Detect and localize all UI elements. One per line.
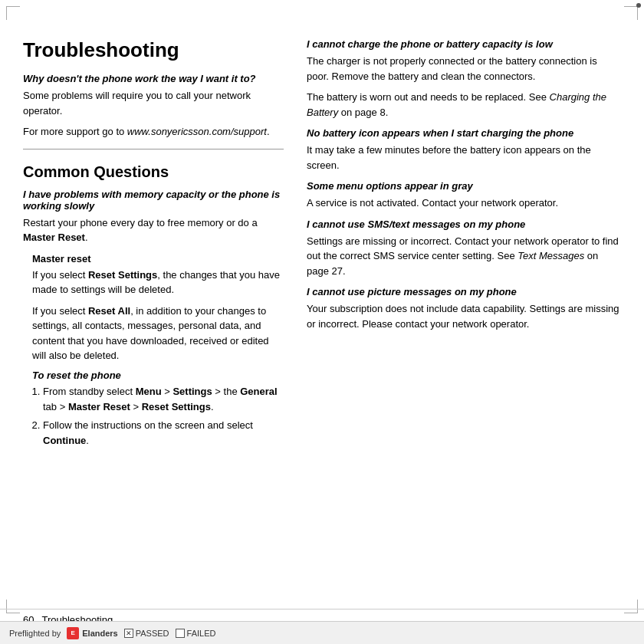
master-reset-section: Master reset If you select Reset Setting… [32,253,284,363]
q3-section: No battery icon appears when I start cha… [307,127,621,172]
corner-mark-tl [6,6,20,20]
failed-label: FAILED [187,629,216,638]
q1-heading: I have problems with memory capacity or … [23,189,284,212]
q4-body: A service is not activated. Contact your… [307,196,621,211]
support-text: For more support go to www.sonyericsson.… [23,124,284,140]
left-column: Troubleshooting Why doesn't the phone wo… [23,23,284,606]
q1-section: I have problems with memory capacity or … [23,189,284,245]
elanders-brand: Elanders [82,629,117,638]
q3-heading: No battery icon appears when I start cha… [307,127,621,139]
failed-checkbox [176,629,185,638]
q1-body: Restart your phone every day to free mem… [23,215,284,245]
reset-steps: From standby select Menu > Settings > th… [43,384,284,449]
q5-heading: I cannot use SMS/text messages on my pho… [307,219,621,230]
q4-heading: Some menu options appear in gray [307,180,621,192]
support-pre: For more support go to [23,126,127,137]
master-reset-heading: Master reset [32,253,284,264]
intro-body: Some problems will require you to call y… [23,88,284,118]
q4-section: Some menu options appear in gray A servi… [307,180,621,211]
q6-section: I cannot use picture messages on my phon… [307,286,621,331]
q6-heading: I cannot use picture messages on my phon… [307,286,621,297]
q5-section: I cannot use SMS/text messages on my pho… [307,219,621,279]
corner-mark-tr [624,6,638,20]
q2-body2: The battery is worn out and needs to be … [307,90,621,120]
support-suffix: . [267,126,270,137]
right-column: I cannot charge the phone or battery cap… [307,23,621,606]
page: Troubleshooting Why doesn't the phone wo… [0,0,644,644]
q5-body: Settings are missing or incorrect. Conta… [307,234,621,279]
reset-phone-heading: To reset the phone [32,370,284,381]
q2-section: I cannot charge the phone or battery cap… [307,38,621,120]
failed-badge: FAILED [176,629,216,638]
master-reset-p1: If you select Reset Settings, the change… [32,268,284,297]
passed-label: PASSED [136,629,169,638]
q2-body1: The charger is not properly connected or… [307,54,621,84]
q2-heading: I cannot charge the phone or battery cap… [307,38,621,50]
master-reset-p2: If you select Reset All, in addition to … [32,304,284,363]
reset-phone-section: To reset the phone From standby select M… [32,370,284,449]
q6-body: Your subscription does not include data … [307,301,621,331]
preflight-prefix: Preflighted by [9,629,61,638]
divider [23,149,284,150]
intro-section: Why doesn't the phone work the way I wan… [23,73,284,140]
content-area: Troubleshooting Why doesn't the phone wo… [23,23,621,606]
step-2: Follow the instructions on the screen an… [43,418,284,449]
intro-heading: Why doesn't the phone work the way I wan… [23,73,284,84]
preflight-bar: Preflighted by E Elanders ✕ PASSED FAILE… [0,621,644,644]
common-questions-title: Common Questions [23,163,284,181]
passed-checkbox: ✕ [124,629,133,638]
step-1: From standby select Menu > Settings > th… [43,384,284,415]
preflight-logo: E Elanders [67,627,117,639]
passed-badge: ✕ PASSED [124,629,169,638]
support-link: www.sonyericsson.com/support [127,126,267,137]
page-title: Troubleshooting [23,38,284,62]
corner-dot [636,3,641,8]
q3-body: It may take a few minutes before the bat… [307,143,621,172]
elanders-icon: E [67,627,79,639]
